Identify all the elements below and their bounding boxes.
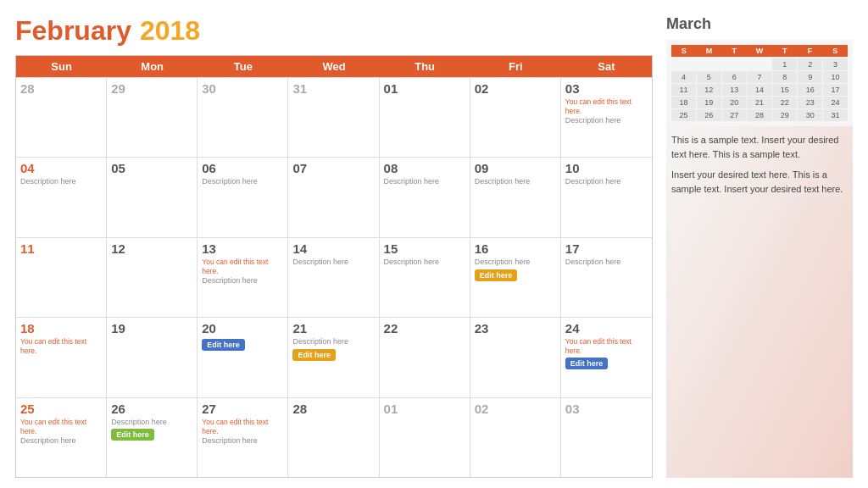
day-header: Sat bbox=[561, 56, 652, 77]
mini-cal-header: SMTWTFS bbox=[671, 45, 848, 57]
day-number: 25 bbox=[20, 402, 102, 416]
day-number: 11 bbox=[20, 241, 102, 256]
day-number: 18 bbox=[20, 321, 102, 336]
day-number: 27 bbox=[202, 402, 283, 416]
edit-button[interactable]: Edit here bbox=[111, 429, 154, 441]
day-cell: 04Description here bbox=[16, 158, 107, 236]
day-cell: 28 bbox=[288, 398, 379, 477]
year-title: 2018 bbox=[140, 15, 200, 47]
mini-cell: 8 bbox=[772, 71, 797, 83]
day-number: 02 bbox=[475, 81, 556, 96]
day-number: 31 bbox=[292, 81, 374, 96]
day-description: Description here bbox=[292, 258, 374, 268]
week-row: 18You can edit this text here.1920Edit h… bbox=[16, 317, 652, 396]
mini-header: F bbox=[798, 45, 823, 57]
day-cell: 01 bbox=[380, 398, 470, 477]
day-number: 05 bbox=[111, 161, 192, 175]
day-description: Description here bbox=[565, 116, 648, 126]
day-number: 06 bbox=[202, 161, 283, 175]
mini-cell: 5 bbox=[697, 71, 721, 83]
day-number: 24 bbox=[565, 321, 648, 336]
day-cell: 19 bbox=[107, 318, 198, 396]
edit-text: You can edit this text here. bbox=[20, 337, 102, 356]
day-number: 26 bbox=[111, 402, 192, 416]
day-cell: 25You can edit this text here.Descriptio… bbox=[16, 398, 107, 477]
day-number: 08 bbox=[384, 161, 465, 175]
week-row: 25You can edit this text here.Descriptio… bbox=[16, 397, 652, 477]
day-description: Description here bbox=[384, 177, 465, 187]
day-number: 22 bbox=[384, 321, 465, 336]
mini-cell: 14 bbox=[748, 84, 772, 96]
day-cell: 01 bbox=[380, 78, 470, 157]
mini-cell: 22 bbox=[772, 97, 797, 108]
mini-cell: 25 bbox=[671, 109, 696, 121]
mini-cell: 4 bbox=[671, 71, 696, 83]
day-number: 03 bbox=[565, 402, 648, 416]
day-cell: 14Description here bbox=[288, 238, 379, 317]
day-cell: 03 bbox=[561, 398, 652, 477]
month-title: February bbox=[15, 15, 131, 47]
mini-header: W bbox=[747, 45, 772, 57]
day-number: 29 bbox=[111, 81, 192, 96]
mini-cell: 27 bbox=[722, 109, 747, 121]
mini-cell: 13 bbox=[722, 84, 747, 96]
mini-cell: 28 bbox=[748, 109, 772, 121]
day-description: Description here bbox=[565, 177, 648, 187]
day-cell: 16Description hereEdit here bbox=[470, 238, 561, 317]
sidebar-text-2: Insert your desired text here. This is a… bbox=[671, 168, 848, 196]
day-headers: SunMonTueWedThuFriSat bbox=[16, 56, 652, 77]
mini-cell: 7 bbox=[748, 71, 772, 83]
day-description: Description here bbox=[111, 418, 192, 428]
day-cell: 28 bbox=[16, 78, 107, 157]
day-number: 07 bbox=[292, 161, 374, 175]
day-cell: 02 bbox=[470, 398, 561, 477]
week-row: 04Description here0506Description here07… bbox=[16, 157, 652, 236]
day-cell: 08Description here bbox=[380, 158, 470, 236]
day-number: 10 bbox=[565, 161, 648, 175]
title-row: February 2018 bbox=[15, 15, 653, 47]
mini-cell bbox=[748, 58, 772, 70]
edit-button[interactable]: Edit here bbox=[202, 339, 245, 351]
edit-button[interactable]: Edit here bbox=[565, 358, 609, 369]
mini-cell bbox=[697, 58, 721, 70]
day-number: 21 bbox=[292, 321, 374, 336]
day-cell: 13You can edit this text here.Descriptio… bbox=[198, 238, 288, 317]
day-description: Description here bbox=[202, 177, 283, 187]
day-number: 03 bbox=[565, 81, 648, 96]
day-cell: 27You can edit this text here.Descriptio… bbox=[198, 398, 288, 477]
day-number: 13 bbox=[202, 241, 283, 256]
mini-cell: 20 bbox=[722, 97, 747, 108]
sidebar-text-1: This is a sample text. Insert your desir… bbox=[671, 133, 848, 161]
mini-cell: 1 bbox=[772, 58, 797, 70]
mini-cell: 16 bbox=[798, 84, 822, 96]
day-cell: 15Description here bbox=[380, 238, 470, 317]
sidebar-text-area: This is a sample text. Insert your desir… bbox=[666, 126, 853, 478]
day-cell: 12 bbox=[107, 238, 198, 317]
mini-cell: 26 bbox=[697, 109, 721, 121]
day-number: 30 bbox=[202, 81, 283, 96]
day-cell: 06Description here bbox=[198, 158, 288, 236]
day-cell: 10Description here bbox=[561, 158, 652, 236]
edit-button[interactable]: Edit here bbox=[292, 349, 336, 361]
edit-text: You can edit this text here. bbox=[20, 418, 102, 436]
edit-text: You can edit this text here. bbox=[202, 418, 283, 436]
day-cell: 23 bbox=[470, 318, 561, 396]
day-number: 20 bbox=[202, 321, 283, 336]
day-header: Tue bbox=[198, 56, 288, 77]
day-number: 15 bbox=[384, 241, 465, 256]
day-description: Description here bbox=[20, 436, 102, 446]
day-cell: 09Description here bbox=[470, 158, 561, 236]
mini-cell: 30 bbox=[798, 109, 822, 121]
mini-cell bbox=[671, 58, 696, 70]
sidebar: March SMTWTFS 12345678910111213141516171… bbox=[666, 15, 853, 478]
edit-button[interactable]: Edit here bbox=[475, 269, 518, 281]
mini-cell: 31 bbox=[823, 109, 848, 121]
mini-cell: 17 bbox=[823, 84, 848, 96]
day-header: Mon bbox=[107, 56, 198, 77]
day-cell: 24You can edit this text here.Edit here bbox=[561, 318, 652, 396]
sidebar-title: March bbox=[666, 15, 853, 33]
day-cell: 31 bbox=[288, 78, 379, 157]
day-cell: 11 bbox=[16, 238, 107, 317]
mini-cell: 6 bbox=[722, 71, 747, 83]
calendar-grid: SunMonTueWedThuFriSat 28293031010203You … bbox=[15, 55, 653, 478]
